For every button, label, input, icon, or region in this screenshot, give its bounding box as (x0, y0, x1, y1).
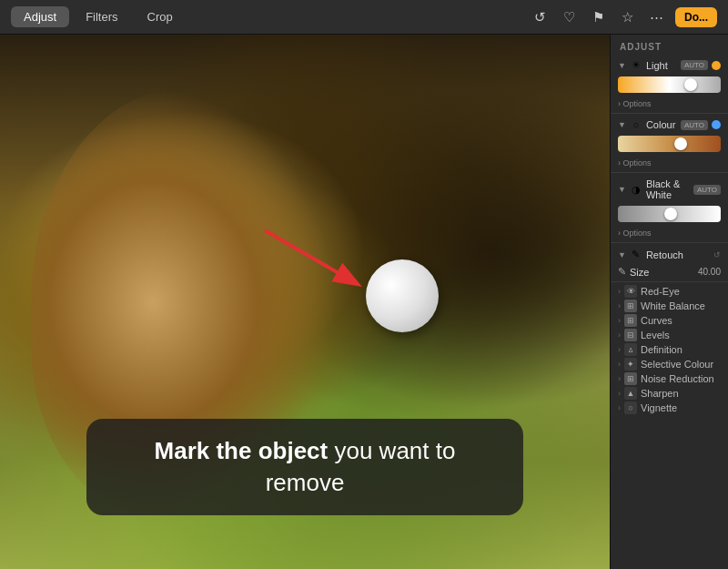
light-chevron: ▼ (618, 61, 626, 70)
vignette-label: Vignette (641, 402, 677, 413)
colour-dot (712, 120, 721, 129)
sub-definition[interactable]: › Δ Definition (611, 342, 728, 357)
light-label: Light (646, 60, 677, 71)
selcol-icon: ✦ (624, 358, 637, 371)
section-colour-header[interactable]: ▼ ○ Colour AUTO (611, 116, 728, 134)
sharpen-chevron: › (618, 389, 621, 398)
star-icon[interactable]: ☆ (617, 7, 637, 27)
heart-icon[interactable]: ♡ (559, 7, 579, 27)
noise-label: Noise Reduction (641, 373, 714, 384)
light-auto-badge[interactable]: AUTO (681, 60, 708, 70)
section-colour: ▼ ○ Colour AUTO › Options (611, 116, 728, 170)
noise-icon: ⊞ (624, 372, 637, 385)
size-value: 40.00 (698, 267, 721, 277)
redeye-label: Red-Eye (641, 286, 680, 297)
caption-bold: Mark the object (155, 437, 329, 464)
done-button[interactable]: Do... (675, 7, 717, 27)
sub-white-balance[interactable]: › ⊞ White Balance (611, 299, 728, 313)
bw-icon: ◑ (630, 184, 642, 196)
section-retouch-header[interactable]: ▼ ✎ Retouch ↺ (611, 245, 728, 264)
sub-selective-colour[interactable]: › ✦ Selective Colour (611, 357, 728, 371)
vignette-chevron: › (618, 403, 621, 412)
section-bw-header[interactable]: ▼ ◑ Black & White AUTO (611, 175, 728, 204)
tab-filters[interactable]: Filters (73, 6, 130, 27)
wb-chevron: › (618, 301, 621, 310)
bw-chevron: ▼ (618, 185, 626, 194)
svg-line-1 (265, 230, 356, 283)
divider-3 (611, 242, 728, 243)
toolbar: Adjust Filters Crop ↺ ♡ ⚑ ☆ ⋯ Do... (0, 0, 728, 35)
selcol-chevron: › (618, 360, 621, 369)
noise-chevron: › (618, 374, 621, 383)
flag-icon[interactable]: ⚑ (588, 7, 608, 27)
definition-chevron: › (618, 345, 621, 354)
light-slider-row (611, 75, 728, 98)
section-light-header[interactable]: ▼ ☀ Light AUTO (611, 56, 728, 75)
tab-crop[interactable]: Crop (135, 6, 186, 27)
definition-label: Definition (641, 344, 682, 355)
bw-slider-thumb[interactable] (664, 208, 677, 220)
colour-chevron: ▼ (618, 120, 626, 129)
colour-slider-track[interactable] (618, 136, 721, 152)
light-options[interactable]: › Options (611, 98, 728, 111)
selcol-label: Selective Colour (641, 359, 713, 370)
bw-slider-track[interactable] (618, 206, 721, 222)
toolbar-right: ↺ ♡ ⚑ ☆ ⋯ Do... (530, 7, 717, 27)
colour-slider-thumb[interactable] (674, 137, 687, 150)
retouch-icon-main: ✎ (630, 249, 642, 260)
size-icon: ✎ (618, 266, 626, 278)
rotate-icon[interactable]: ↺ (530, 7, 550, 27)
divider-2 (611, 172, 728, 173)
definition-icon: Δ (624, 343, 637, 356)
arrow-overlay (256, 221, 374, 294)
tab-adjust[interactable]: Adjust (11, 6, 69, 27)
light-slider-track[interactable] (618, 76, 721, 93)
ball-shape (366, 259, 439, 332)
bw-slider-row (611, 204, 728, 228)
sub-levels[interactable]: › ⊟ Levels (611, 328, 728, 342)
retouch-size-row: ✎ Size 40.00 (611, 264, 728, 279)
colour-options[interactable]: › Options (611, 157, 728, 170)
colour-icon: ○ (630, 119, 642, 130)
light-dot (712, 61, 721, 70)
redeye-icon: 👁 (624, 285, 637, 298)
sub-sharpen[interactable]: › ▲ Sharpen (611, 386, 728, 401)
retouch-label: Retouch (646, 249, 710, 260)
main-content: Mark the object you want to remove ADJUS… (0, 35, 728, 569)
light-slider-thumb[interactable] (684, 78, 697, 91)
sharpen-icon: ▲ (624, 387, 637, 400)
vignette-icon: ○ (624, 401, 637, 414)
photo-background: Mark the object you want to remove (0, 35, 610, 569)
levels-icon: ⊟ (624, 329, 637, 341)
wb-label: White Balance (641, 300, 705, 311)
section-bw: ▼ ◑ Black & White AUTO › Options (611, 175, 728, 240)
caption-box: Mark the object you want to remove (86, 419, 523, 515)
bw-options[interactable]: › Options (611, 228, 728, 240)
curves-label: Curves (641, 315, 672, 326)
redeye-chevron: › (618, 287, 621, 296)
divider-1 (611, 113, 728, 114)
section-light: ▼ ☀ Light AUTO › Options (611, 56, 728, 111)
caption-text: Mark the object you want to remove (116, 435, 494, 499)
retouch-reset[interactable]: ↺ (713, 250, 721, 259)
curves-chevron: › (618, 316, 621, 325)
toolbar-tabs: Adjust Filters Crop (11, 6, 186, 27)
colour-auto-badge[interactable]: AUTO (681, 120, 708, 130)
photo-area[interactable]: Mark the object you want to remove (0, 35, 610, 569)
curves-icon: ⊞ (624, 314, 637, 327)
more-icon[interactable]: ⋯ (646, 7, 666, 27)
size-label: Size (630, 267, 694, 278)
colour-slider-row (611, 134, 728, 157)
sub-noise-reduction[interactable]: › ⊞ Noise Reduction (611, 371, 728, 386)
sharpen-label: Sharpen (641, 388, 679, 399)
right-panel: ADJUST ▼ ☀ Light AUTO › Options ▼ ○ (610, 35, 728, 569)
bw-auto-badge[interactable]: AUTO (693, 185, 721, 195)
levels-label: Levels (641, 330, 670, 340)
sub-red-eye[interactable]: › 👁 Red-Eye (611, 284, 728, 299)
sub-vignette[interactable]: › ○ Vignette (611, 401, 728, 415)
sub-curves[interactable]: › ⊞ Curves (611, 313, 728, 328)
colour-label: Colour (646, 119, 677, 130)
arrow-svg (256, 221, 374, 294)
panel-title: ADJUST (611, 35, 728, 56)
light-icon: ☀ (630, 59, 642, 71)
